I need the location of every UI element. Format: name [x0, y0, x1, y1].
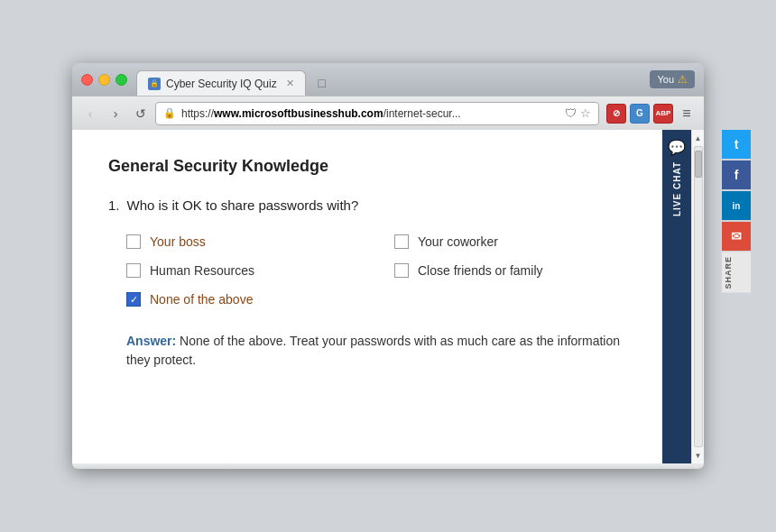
choice-friends: Close friends or family: [394, 263, 626, 278]
url-prefix: https://: [181, 107, 214, 120]
email-button[interactable]: ✉: [722, 222, 751, 251]
choice-boss: Your boss: [126, 234, 358, 249]
scroll-down-arrow[interactable]: ▼: [692, 449, 705, 462]
checkbox-none[interactable]: ✓: [126, 292, 141, 307]
forward-button[interactable]: ›: [105, 103, 126, 124]
checkbox-hr[interactable]: [126, 263, 141, 278]
menu-button[interactable]: ≡: [677, 104, 697, 124]
content-area: General Security Knowledge 1. Who is it …: [72, 130, 662, 463]
answer-label: Answer:: [126, 334, 176, 348]
checkbox-coworker[interactable]: [394, 234, 409, 249]
lock-icon: 🔒: [163, 107, 176, 119]
browser-actions: ⊘ G ABP ≡: [606, 104, 697, 124]
scroll-up-arrow[interactable]: ▲: [692, 132, 705, 144]
social-sidebar: t f in ✉ SHARE: [722, 130, 751, 293]
question-text: Who is it OK to share passwords with?: [127, 197, 359, 213]
linkedin-button[interactable]: in: [722, 191, 751, 220]
active-tab[interactable]: 🔒 Cyber Security IQ Quiz ✕: [136, 70, 306, 96]
choice-friends-label: Close friends or family: [418, 263, 543, 278]
choice-hr: Human Resources: [126, 263, 358, 278]
answer-text: None of the above. Treat your passwords …: [126, 334, 620, 367]
question: 1. Who is it OK to share passwords with?: [108, 197, 626, 213]
reload-button[interactable]: ↺: [130, 103, 152, 124]
choice-coworker-label: Your coworker: [418, 234, 498, 249]
question-number: 1.: [108, 197, 120, 213]
twitter-button[interactable]: t: [722, 130, 751, 159]
url-actions: 🛡 ☆: [565, 106, 591, 120]
url-path: /internet-secur...: [383, 107, 461, 120]
new-tab-button[interactable]: □: [309, 70, 335, 96]
choice-boss-label: Your boss: [150, 234, 206, 249]
url-text: https://www.microsoftbusinesshub.com/int…: [181, 107, 559, 120]
maximize-button[interactable]: [115, 74, 127, 86]
url-bar[interactable]: 🔒 https://www.microsoftbusinesshub.com/i…: [155, 102, 599, 125]
bookmark-icon[interactable]: ☆: [580, 106, 591, 120]
choices-grid: Your boss Your coworker Human Resources …: [126, 234, 626, 307]
translate-button[interactable]: G: [630, 104, 650, 124]
user-label: You: [657, 74, 674, 85]
scrollbar[interactable]: ▲ ▼: [691, 130, 704, 463]
url-domain: www.microsoftbusinesshub.com: [214, 107, 383, 120]
user-badge: You ⚠: [650, 70, 695, 88]
close-button[interactable]: [81, 74, 93, 86]
shield-icon[interactable]: 🛡: [565, 106, 577, 120]
browser-body: General Security Knowledge 1. Who is it …: [72, 130, 704, 463]
minimize-button[interactable]: [98, 74, 110, 86]
navigation-bar: ‹ › ↺ 🔒 https://www.microsoftbusinesshub…: [72, 96, 704, 130]
tab-favicon: 🔒: [148, 78, 161, 90]
answer-section: Answer: None of the above. Treat your pa…: [126, 332, 626, 370]
choice-hr-label: Human Resources: [150, 263, 254, 278]
warning-icon: ⚠: [678, 73, 688, 86]
choice-none: ✓ None of the above: [126, 292, 358, 307]
back-button[interactable]: ‹: [79, 103, 101, 124]
browser-bottom-bar: [72, 463, 704, 469]
tab-area: 🔒 Cyber Security IQ Quiz ✕ □: [136, 63, 650, 96]
facebook-button[interactable]: f: [722, 161, 751, 189]
scroll-track[interactable]: [694, 146, 703, 447]
share-label: SHARE: [722, 252, 751, 293]
live-chat-label: LIVE CHAT: [672, 161, 682, 216]
tab-title: Cyber Security IQ Quiz: [166, 78, 277, 90]
title-bar: 🔒 Cyber Security IQ Quiz ✕ □ You ⚠: [72, 63, 704, 96]
live-chat-sidebar[interactable]: 💬 LIVE CHAT: [662, 130, 691, 463]
choice-coworker: Your coworker: [394, 234, 626, 249]
checkbox-boss[interactable]: [126, 234, 141, 249]
traffic-lights: [81, 74, 127, 86]
tab-close-icon[interactable]: ✕: [286, 78, 294, 89]
checkbox-friends[interactable]: [394, 263, 409, 278]
section-title: General Security Knowledge: [108, 157, 626, 176]
adblock-button[interactable]: ABP: [653, 104, 673, 124]
scroll-thumb[interactable]: [695, 151, 702, 178]
chat-bubble-icon: 💬: [668, 139, 686, 156]
block-button[interactable]: ⊘: [606, 104, 626, 124]
choice-none-label: None of the above: [150, 292, 253, 307]
